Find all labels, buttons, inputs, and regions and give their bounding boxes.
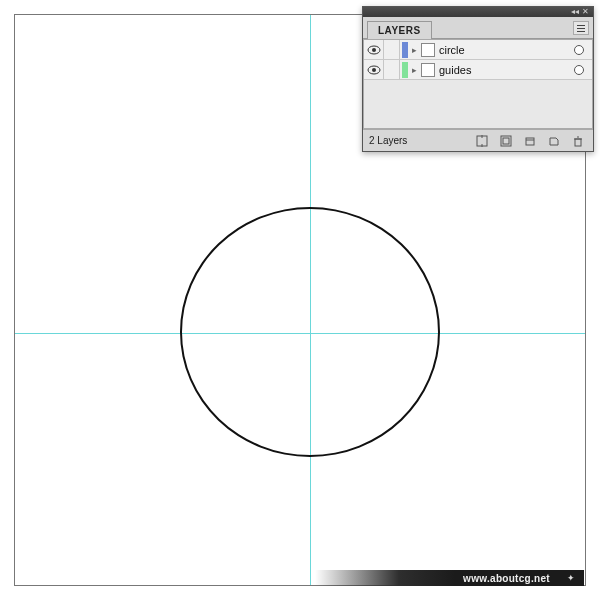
layer-row[interactable]: ▸ circle [364, 40, 592, 60]
svg-rect-11 [575, 139, 581, 146]
tab-layers[interactable]: LAYERS [367, 21, 432, 39]
layer-name[interactable]: guides [439, 64, 570, 76]
lock-toggle[interactable] [384, 40, 400, 59]
svg-point-3 [372, 68, 376, 72]
watermark-url: www.aboutcg.net [455, 570, 558, 586]
chevron-right-icon[interactable]: ▸ [410, 45, 418, 55]
layers-count: 2 Layers [367, 135, 467, 146]
svg-point-1 [372, 48, 376, 52]
watermark-gradient [315, 570, 455, 586]
eye-icon [367, 65, 381, 75]
watermark: www.aboutcg.net ✦ [315, 570, 584, 586]
layer-thumbnail [421, 63, 435, 77]
watermark-badge-icon: ✦ [558, 570, 584, 586]
target-icon[interactable] [574, 45, 584, 55]
layer-thumbnail [421, 43, 435, 57]
lock-toggle[interactable] [384, 60, 400, 79]
new-layer-icon[interactable] [547, 135, 561, 147]
svg-rect-9 [526, 138, 534, 145]
visibility-toggle[interactable] [364, 40, 384, 59]
target-icon[interactable] [574, 65, 584, 75]
layer-color-swatch [402, 62, 408, 78]
panel-menu-icon[interactable] [573, 21, 589, 35]
panel-tabs: LAYERS [363, 17, 593, 39]
panel-titlebar[interactable]: ◂◂ ✕ [363, 7, 593, 17]
visibility-toggle[interactable] [364, 60, 384, 79]
layer-color-swatch [402, 42, 408, 58]
close-icon[interactable]: ✕ [582, 8, 589, 16]
layer-row[interactable]: ▸ guides [364, 60, 592, 80]
new-sublayer-icon[interactable] [523, 135, 537, 147]
trash-icon[interactable] [571, 135, 585, 147]
eye-icon [367, 45, 381, 55]
make-clipping-mask-icon[interactable] [499, 135, 513, 147]
collapse-icon[interactable]: ◂◂ [571, 8, 579, 16]
panel-footer: 2 Layers [363, 129, 593, 151]
svg-rect-8 [503, 138, 509, 144]
locate-object-icon[interactable] [475, 135, 489, 147]
chevron-right-icon[interactable]: ▸ [410, 65, 418, 75]
layers-list: ▸ circle ▸ guides [363, 39, 593, 129]
circle-shape[interactable] [180, 207, 440, 457]
layers-panel[interactable]: ◂◂ ✕ LAYERS ▸ circle [362, 6, 594, 152]
layer-name[interactable]: circle [439, 44, 570, 56]
